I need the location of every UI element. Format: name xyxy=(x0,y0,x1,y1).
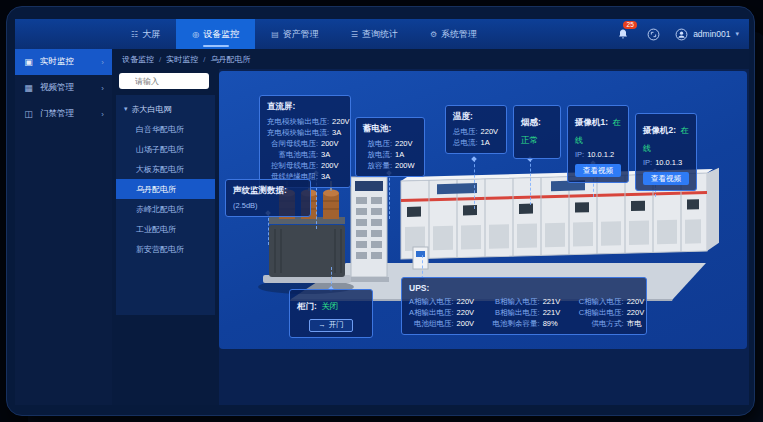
card-title: 温度: xyxy=(453,111,499,123)
dc-panel-card: 直流屏: 充电模块输出电压:220V 充电模块输出电流:3A 合闸母线电压:20… xyxy=(259,95,351,188)
tree-node-station[interactable]: 山场子配电所 xyxy=(116,139,215,159)
door-status: 关闭 xyxy=(321,301,338,311)
app-root: ☷ 大屏 ◎ 设备监控 ▤ 资产管理 ☰ 查询统计 ⚙ 系统管理 xyxy=(15,19,749,405)
card-title: UPS: xyxy=(409,283,639,293)
sidebar-item-label: 实时监控 xyxy=(40,56,74,68)
tree-node-root[interactable]: ▾ 赤大白电网 xyxy=(116,99,215,119)
view-video-button[interactable]: 查看视频 xyxy=(575,164,621,177)
view-video-button[interactable]: 查看视频 xyxy=(643,172,689,185)
chevron-down-icon: ▾ xyxy=(735,30,739,38)
field-value: 200V xyxy=(321,160,343,171)
tree-node-station[interactable]: 大板东配电所 xyxy=(116,159,215,179)
field-label: 总电流: xyxy=(453,137,478,148)
field-label: 合闸母线电压: xyxy=(267,138,318,149)
field-label: 放电压: xyxy=(363,138,392,149)
field-label: C相输入电压: xyxy=(579,296,624,307)
fullscreen-button[interactable] xyxy=(645,26,661,42)
breadcrumb-item[interactable]: 实时监控 xyxy=(166,54,198,65)
nav-tab-label: 系统管理 xyxy=(441,28,477,41)
nav-tab-dashboard[interactable]: ☷ 大屏 xyxy=(115,19,176,49)
avatar-icon xyxy=(675,28,688,41)
username: admin001 xyxy=(693,29,730,39)
tree-node-station[interactable]: 新安营配电所 xyxy=(116,239,215,259)
notification-badge: 25 xyxy=(623,21,637,29)
field-value: 89% xyxy=(543,318,565,329)
open-door-label: 开门 xyxy=(329,319,344,331)
nav-tab-asset-mgmt[interactable]: ▤ 资产管理 xyxy=(255,19,335,49)
ip-label: IP: xyxy=(643,157,652,168)
nav-tab-query-stats[interactable]: ☰ 查询统计 xyxy=(335,19,414,49)
breadcrumb-separator: / xyxy=(159,55,161,64)
top-nav-items: ☷ 大屏 ◎ 设备监控 ▤ 资产管理 ☰ 查询统计 ⚙ 系统管理 xyxy=(115,19,493,49)
chevron-right-icon: › xyxy=(101,84,104,93)
card-title: 声纹监测数据: xyxy=(233,185,303,197)
power-mode-value: 市电 xyxy=(627,318,649,329)
ups-phase-a-column: A相输入电压:220V A相输出电压:220V 电池组电压:200V xyxy=(409,296,479,329)
tree-node-station-selected[interactable]: 乌丹配电所 xyxy=(116,179,215,199)
stats-icon: ☰ xyxy=(351,30,358,39)
tree-node-station[interactable]: 工业配电所 xyxy=(116,219,215,239)
primary-sidebar: ▣ 实时监控 › ▦ 视频管理 › ◫ 门禁管理 › xyxy=(15,49,112,405)
bell-icon xyxy=(617,28,629,40)
monitor-icon: ◎ xyxy=(192,30,199,39)
field-label: 电池剩余容量: xyxy=(493,318,540,329)
fullscreen-icon xyxy=(647,28,660,41)
field-value: 220V xyxy=(627,296,649,307)
station-search-input[interactable] xyxy=(119,73,209,89)
camera2-card: 摄像机2: 在线 IP:10.0.1.3 查看视频 xyxy=(635,113,697,191)
connector-line xyxy=(268,213,269,245)
tree-caret-icon: ▾ xyxy=(124,105,128,113)
wall-box xyxy=(413,247,428,269)
field-label: 电池组电压: xyxy=(409,318,454,329)
sidebar-item-access-control[interactable]: ◫ 门禁管理 › xyxy=(15,101,112,127)
breadcrumb-item[interactable]: 设备监控 xyxy=(122,54,154,65)
field-value: 3A xyxy=(321,149,343,160)
open-door-icon: → xyxy=(318,319,326,331)
field-value: 220V xyxy=(332,116,354,127)
connector-line xyxy=(474,159,475,209)
ups-phase-b-column: B相输入电压:221V B相输出电压:221V 电池剩余容量:89% xyxy=(493,296,565,329)
card-title: 摄像机2: xyxy=(643,125,676,135)
breadcrumb-item-current: 乌丹配电所 xyxy=(210,54,250,65)
field-label: 放容量: xyxy=(363,160,392,171)
connector-line xyxy=(530,159,531,205)
connector-line xyxy=(389,173,390,219)
top-navbar: ☷ 大屏 ◎ 设备监控 ▤ 资产管理 ☰ 查询统计 ⚙ 系统管理 xyxy=(15,19,749,49)
card-title: 摄像机1: xyxy=(575,117,608,127)
field-label: C相输出电压: xyxy=(579,307,624,318)
field-value: 221V xyxy=(543,296,565,307)
tree-node-station[interactable]: 赤峰北配电所 xyxy=(116,199,215,219)
notification-bell-button[interactable]: 25 xyxy=(615,26,631,42)
field-label: B相输入电压: xyxy=(493,296,540,307)
cabinet-door-card: 柜门: 关闭 → 开门 xyxy=(289,289,373,338)
camera1-ip: 10.0.1.2 xyxy=(587,149,614,160)
breadcrumb: 设备监控 / 实时监控 / 乌丹配电所 xyxy=(112,49,749,69)
field-value: 200W xyxy=(395,160,417,171)
door-access-icon: ◫ xyxy=(23,109,34,119)
user-menu[interactable]: admin001 ▾ xyxy=(675,28,739,41)
sidebar-item-realtime-monitor[interactable]: ▣ 实时监控 › xyxy=(15,49,112,75)
field-value: 220V xyxy=(627,307,649,318)
field-value: 221V xyxy=(543,307,565,318)
field-value: 220V xyxy=(481,126,503,137)
field-value: 220V xyxy=(395,138,417,149)
field-value: 1A xyxy=(481,137,503,148)
sidebar-item-video-mgmt[interactable]: ▦ 视频管理 › xyxy=(15,75,112,101)
field-label: B相输出电压: xyxy=(493,307,540,318)
nav-tab-label: 资产管理 xyxy=(283,28,319,41)
nav-tab-system-mgmt[interactable]: ⚙ 系统管理 xyxy=(414,19,493,49)
gear-icon: ⚙ xyxy=(430,30,437,39)
open-door-button[interactable]: → 开门 xyxy=(309,319,353,332)
ups-card: UPS: A相输入电压:220V A相输出电压:220V 电池组电压:200V … xyxy=(401,277,647,335)
realtime-monitor-icon: ▣ xyxy=(23,57,34,67)
nav-tab-device-monitor[interactable]: ◎ 设备监控 xyxy=(176,19,255,49)
field-value: 1A xyxy=(395,149,417,160)
acoustic-monitor-card: 声纹监测数据: (2.5dB) xyxy=(225,179,311,217)
nav-tab-label: 查询统计 xyxy=(362,28,398,41)
ip-label: IP: xyxy=(575,149,584,160)
dashboard-icon: ☷ xyxy=(131,30,138,39)
field-label: A相输入电压: xyxy=(409,296,454,307)
field-value: 220V xyxy=(457,307,479,318)
tree-node-station[interactable]: 白音华配电所 xyxy=(116,119,215,139)
field-label: 蓄电池电流: xyxy=(267,149,318,160)
